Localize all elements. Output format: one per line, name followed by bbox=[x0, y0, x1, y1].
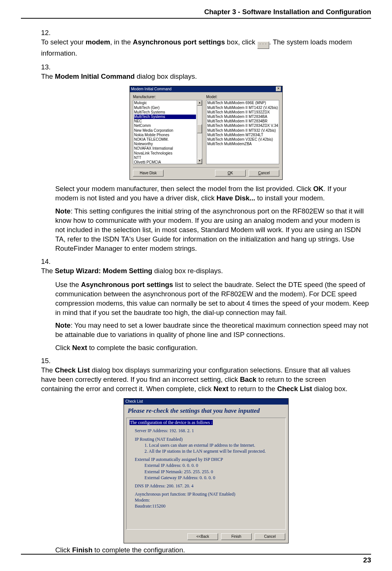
text: To select your bbox=[41, 38, 85, 46]
bold: OK bbox=[313, 185, 324, 193]
summary-line: External IP automatically assigned by IS… bbox=[135, 456, 283, 462]
dialog-title: Modem Initial Command bbox=[131, 87, 171, 92]
bold: modem bbox=[85, 38, 110, 46]
list-item[interactable]: MultiTech MultiModem II MT2834BR bbox=[207, 119, 278, 124]
finish-button[interactable]: Finish bbox=[221, 533, 252, 540]
text: dialog box displays. bbox=[135, 72, 197, 80]
summary-header: The configuration of the device is as fo… bbox=[130, 420, 213, 425]
summary-line: Baudrate:115200 bbox=[135, 503, 283, 509]
chapter-header: Chapter 3 - Software Installation and Co… bbox=[204, 7, 371, 17]
list-item[interactable]: NEC bbox=[134, 119, 196, 124]
step-14-next: Click Next to complete the basic configu… bbox=[55, 343, 371, 353]
list-item[interactable]: NOVAFAX International bbox=[134, 146, 196, 151]
note-text: : You may need to set a lower baudrate s… bbox=[55, 321, 368, 338]
summary-line: 2. All the IP stations in the LAN segmen… bbox=[144, 448, 283, 454]
bold: Check List bbox=[55, 366, 90, 374]
text: to install your modem. bbox=[255, 194, 325, 202]
list-item[interactable]: NetComm bbox=[134, 124, 196, 128]
list-item[interactable]: Mulogic bbox=[134, 101, 196, 105]
text: dialog box. bbox=[312, 385, 348, 393]
bold: Next bbox=[72, 344, 87, 352]
step-body: The Modem Initial Command dialog box dis… bbox=[41, 72, 357, 81]
list-item[interactable]: Nokia Mobile Phones bbox=[134, 133, 196, 137]
summary-line: Asynchronous port function: IP Routing (… bbox=[135, 491, 283, 497]
list-item[interactable]: MultiTech (Ger) bbox=[134, 106, 196, 110]
list-item[interactable]: MultiTech Systems bbox=[134, 115, 196, 119]
list-item[interactable]: Noteworthy bbox=[134, 142, 196, 146]
note-text: : This setting configures the initial st… bbox=[55, 207, 364, 252]
config-summary-textarea[interactable]: The configuration of the device is as fo… bbox=[126, 418, 286, 530]
list-item[interactable]: MultiTech MultiModem II MT1432 (V.42bis) bbox=[207, 106, 278, 110]
list-item[interactable]: NOKIA TELECOMM. bbox=[134, 137, 196, 142]
step-14-note: Note: You may need to set a lower baudra… bbox=[55, 321, 371, 340]
text: Use the bbox=[55, 281, 81, 288]
text: dialog box re-displays. bbox=[152, 267, 223, 275]
list-item[interactable]: MultiTech MultiModem 696E (MNP) bbox=[207, 101, 278, 105]
step-14-para: Use the Asynchronous port settings list … bbox=[55, 280, 371, 318]
summary-line: External IP Netmask: 255. 255. 255. 0 bbox=[144, 469, 283, 475]
text: The bbox=[41, 72, 55, 80]
dialog-titlebar: Modem Initial Command ✕ bbox=[130, 86, 282, 92]
list-item[interactable]: MultiTech MultiModem II MT2834ZDX V.34 bbox=[207, 124, 278, 128]
summary-line: Server IP Address: 192. 168. 2. 1 bbox=[135, 428, 283, 434]
step-body: The Setup Wizard: Modem Setting dialog b… bbox=[41, 266, 357, 276]
list-item[interactable]: MultiTech MultiModem MT2834LT bbox=[207, 133, 278, 137]
model-listbox[interactable]: MultiTech MultiModem 696E (MNP)MultiTech… bbox=[206, 100, 279, 164]
step-12: 12. To select your modem, in the Asynchr… bbox=[41, 28, 371, 58]
bold: Next bbox=[214, 385, 228, 393]
text: Click bbox=[55, 546, 72, 554]
step-body: The Check List dialog box displays summa… bbox=[41, 366, 357, 394]
summary-line: External IP Address: 0. 0. 0. 0 bbox=[144, 462, 283, 468]
bold: Modem Initial Command bbox=[55, 72, 135, 80]
scrollbar[interactable]: ▲ ▼ bbox=[197, 100, 202, 164]
step-body: To select your modem, in the Asynchronou… bbox=[41, 38, 357, 58]
bold: Have Disk... bbox=[217, 194, 255, 202]
list-item[interactable]: MultiTech MultiModem II MT2834BA bbox=[207, 115, 278, 119]
list-item[interactable]: MultiTech MultiModem II MT932 (V.42bis) bbox=[207, 128, 278, 133]
bold: Asynchronous port settings bbox=[81, 281, 173, 288]
list-item[interactable]: NovaLink Technologies bbox=[134, 151, 196, 156]
cancel-button[interactable]: Cancel bbox=[255, 533, 285, 540]
cancel-button[interactable]: Cancel bbox=[249, 170, 279, 177]
step-number: 12. bbox=[41, 28, 54, 38]
manufacturer-listbox[interactable]: MulogicMultiTech (Ger)MultiTech SystemsM… bbox=[133, 100, 202, 164]
bold: Finish bbox=[72, 546, 92, 554]
note-label: Note bbox=[55, 321, 71, 329]
scroll-thumb[interactable] bbox=[197, 124, 202, 133]
text: to complete the basic configuration. bbox=[87, 344, 197, 352]
check-list-dialog: Check List Please re-check the settings … bbox=[124, 398, 289, 543]
bold: Back bbox=[240, 375, 256, 383]
have-disk-button[interactable]: Have Disk bbox=[133, 170, 164, 177]
list-item[interactable]: Olivetti PCMCIA bbox=[134, 160, 196, 164]
manufacturer-label: Manufacturer: bbox=[133, 94, 202, 100]
scroll-down-icon[interactable]: ▼ bbox=[197, 159, 202, 164]
bold: Setup Wizard: Modem Setting bbox=[55, 267, 152, 275]
step-number: 15. bbox=[41, 356, 54, 366]
text: , in the bbox=[110, 38, 133, 46]
text: Click bbox=[55, 344, 72, 352]
list-item[interactable]: MultiTech MultiModem II MT1932ZDX bbox=[207, 110, 278, 115]
page-number: 23 bbox=[363, 555, 371, 565]
list-item[interactable]: MultiTech MultiModemZBA bbox=[207, 142, 278, 146]
text: to complete the configuration. bbox=[93, 546, 185, 554]
note-label: Note bbox=[55, 207, 71, 215]
scroll-up-icon[interactable]: ▲ bbox=[197, 100, 202, 106]
list-item[interactable]: New Media Corporation bbox=[134, 128, 196, 133]
step-15-finish: Click Finish to complete the configurati… bbox=[55, 546, 371, 555]
step-14: 14. The Setup Wizard: Modem Setting dial… bbox=[41, 257, 371, 276]
step-13: 13. The Modem Initial Command dialog box… bbox=[41, 63, 371, 81]
step-number: 13. bbox=[41, 63, 54, 72]
text: The bbox=[41, 366, 55, 374]
list-item[interactable]: NTT bbox=[134, 156, 196, 160]
summary-line: DNS IP Address: 200. 167. 20. 4 bbox=[135, 483, 283, 489]
close-icon[interactable]: ✕ bbox=[276, 87, 281, 91]
list-item[interactable]: MultiTech Systems bbox=[134, 110, 196, 115]
ok-button[interactable]: OK bbox=[215, 170, 246, 177]
dialog-titlebar: Check List bbox=[124, 399, 288, 405]
back-button[interactable]: <<Back bbox=[187, 533, 218, 540]
text: to return to the bbox=[228, 385, 277, 393]
list-item[interactable]: MultiTech MultiModem V32EC (V.42bis) bbox=[207, 137, 278, 142]
step-number: 14. bbox=[41, 257, 54, 266]
step-13-note: Note: This setting configures the initia… bbox=[55, 207, 371, 253]
model-label: Model: bbox=[206, 94, 279, 100]
